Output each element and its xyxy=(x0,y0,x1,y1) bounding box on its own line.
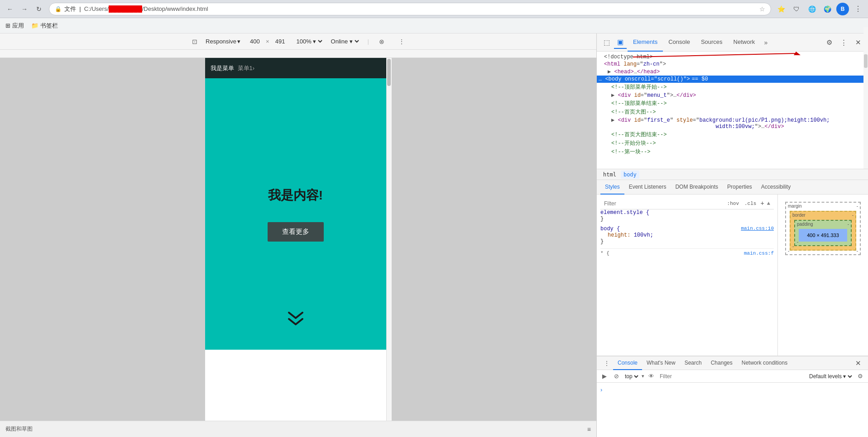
element-style-close: } xyxy=(600,216,774,222)
dom-line-body[interactable]: … <body onscroll="scroll()">== $0 xyxy=(597,76,868,83)
nav-buttons: ← → ↻ xyxy=(4,3,45,15)
dom-line-menu-t[interactable]: ▶ <div id="menu_t">…</div> xyxy=(597,91,868,99)
tab-network-conditions[interactable]: Network conditions xyxy=(737,356,792,370)
console-context-select[interactable]: top xyxy=(623,373,640,380)
console-prompt: › xyxy=(600,385,864,395)
forward-button[interactable]: → xyxy=(18,3,31,15)
tab-network[interactable]: Network xyxy=(728,33,761,52)
tab-console-bottom[interactable]: Console xyxy=(613,356,642,370)
dom-line-first-e[interactable]: ▶ <div id="first_e" style="background:ur… xyxy=(597,116,868,130)
no-touch-icon[interactable]: ⊗ xyxy=(376,36,387,47)
first-e-val2: background:url(pic/P1.png);height:100vh; xyxy=(700,117,830,124)
padding-label: padding xyxy=(797,222,813,227)
reload-button[interactable]: ↻ xyxy=(33,3,45,15)
console-eye-icon[interactable]: 👁 xyxy=(646,371,656,381)
console-settings-icon[interactable]: ⚙ xyxy=(855,371,865,381)
screenshot-bar: 截图和草图 ≡ xyxy=(0,421,596,437)
online-select[interactable]: Online ▾ xyxy=(329,38,360,45)
dom-line-comment2[interactable]: <!--顶部菜单结束--> xyxy=(597,99,868,108)
box-model-border: border - padding - 400 × 491.333 xyxy=(790,211,856,251)
tab-changes[interactable]: Changes xyxy=(706,356,737,370)
filter-scroll-up[interactable]: ▲ xyxy=(767,200,770,207)
filter-input[interactable] xyxy=(604,200,723,207)
tab-dom-breakpoints[interactable]: DOM Breakpoints xyxy=(671,180,723,195)
navbar-sep: 菜单1› xyxy=(238,64,255,72)
tab-elements[interactable]: Elements xyxy=(628,33,663,52)
viewport-scrollbar[interactable] xyxy=(386,58,392,421)
filter-cls-button[interactable]: .cls xyxy=(743,200,758,207)
first-e-end: "> xyxy=(755,124,761,130)
device-toggle-icon[interactable]: ⊡ xyxy=(189,36,200,47)
width-input[interactable] xyxy=(246,38,264,45)
tab-search[interactable]: Search xyxy=(680,356,706,370)
bookmarks-folder[interactable]: 📁 书签栏 xyxy=(31,22,58,30)
body-selector-text: body { xyxy=(600,226,620,232)
menu-icon[interactable]: ⋮ xyxy=(852,3,864,15)
border-dash: - xyxy=(852,213,854,218)
console-block-icon[interactable]: ⊘ xyxy=(611,371,621,381)
close-console-tab-icon[interactable]: ✕ xyxy=(852,357,864,370)
device-mode-icon[interactable]: ▣ xyxy=(614,36,627,49)
bookmark-star-icon[interactable]: ☆ xyxy=(759,5,765,13)
devtools-settings-icon[interactable]: ⚙ xyxy=(823,36,835,49)
devtools-close-icon[interactable]: ✕ xyxy=(852,36,864,49)
more-options-icon[interactable]: ⋮ xyxy=(396,36,407,47)
tab-properties[interactable]: Properties xyxy=(723,180,757,195)
device-select[interactable]: Responsive ▾ xyxy=(206,38,240,45)
console-input[interactable] xyxy=(605,387,864,393)
tab-styles[interactable]: Styles xyxy=(600,180,624,195)
filter-add-button[interactable]: + xyxy=(760,200,764,207)
filter-hover-button[interactable]: :hov xyxy=(726,200,740,207)
viewport-scrollbar-thumb xyxy=(387,59,391,86)
first-e-attr1: id xyxy=(634,117,640,124)
tab-whats-new[interactable]: What's New xyxy=(642,356,680,370)
screenshot-label: 截图和草图 xyxy=(5,425,33,433)
body-attr-eq: =" xyxy=(651,76,657,82)
head-tri: ▶ xyxy=(608,69,614,75)
more-styles-source[interactable]: main.css:f xyxy=(744,251,774,256)
breadcrumb-body[interactable]: body xyxy=(621,171,639,179)
body-attr-name: onscroll xyxy=(625,76,651,82)
console-run-icon[interactable]: ▶ xyxy=(599,371,609,381)
console-filter-input[interactable] xyxy=(658,372,806,380)
tab-accessibility[interactable]: Accessibility xyxy=(757,180,795,195)
dom-line-comment4[interactable]: <!--首页大图结束--> xyxy=(597,130,868,139)
devtools-options-icon[interactable]: ⋮ xyxy=(837,36,850,49)
console-content: › xyxy=(597,383,868,437)
extension3-icon[interactable]: 🌍 xyxy=(821,3,834,15)
height-input[interactable] xyxy=(271,38,289,45)
console-options-icon[interactable]: ⋮ xyxy=(600,357,613,370)
style-rule-element: element.style { } xyxy=(600,209,774,222)
dom-line-head[interactable]: ▶ <head>…</head> xyxy=(597,68,868,76)
comment1-text: <!--顶部菜单开始--> xyxy=(611,84,667,90)
dom-line-comment1[interactable]: <!--顶部菜单开始--> xyxy=(597,83,868,91)
inspect-element-icon[interactable]: ⬚ xyxy=(600,36,613,49)
body-source-link[interactable]: main.css:10 xyxy=(741,226,774,231)
menu-t-eq: =" xyxy=(641,92,647,99)
zoom-select[interactable]: 100% ▾ xyxy=(295,38,324,45)
dom-line-comment3[interactable]: <!--首页大图--> xyxy=(597,108,868,116)
adblock-icon[interactable]: 🛡 xyxy=(790,3,803,15)
address-bar[interactable]: 🔒 文件 | C:/Users/████████/Desktop/www/ind… xyxy=(49,3,771,15)
tab-sources[interactable]: Sources xyxy=(695,33,728,52)
toolbar-separator: | xyxy=(368,38,369,45)
hero-cta-button[interactable]: 查看更多 xyxy=(268,222,324,242)
apps-button[interactable]: ⊞ 应用 xyxy=(5,22,24,30)
back-button[interactable]: ← xyxy=(4,3,16,15)
tab-event-listeners[interactable]: Event Listeners xyxy=(624,180,671,195)
styles-right: margin - border - padding - xyxy=(777,195,868,356)
dom-line-html[interactable]: <html lang="zh-cn"> xyxy=(597,61,868,68)
console-level-select[interactable]: Default levels ▾ xyxy=(807,373,854,380)
extension2-icon[interactable]: 🌐 xyxy=(806,3,818,15)
dom-line-comment5[interactable]: <!--开始分块--> xyxy=(597,139,868,147)
extensions-icon[interactable]: ⭐ xyxy=(775,3,787,15)
dom-line-doctype[interactable]: <!doctype html> xyxy=(597,53,868,61)
dom-line-comment6[interactable]: <!--第一块--> xyxy=(597,147,868,156)
body-attr-end: "> xyxy=(683,76,690,82)
phone-viewport: 我是菜单 菜单1› 我是内容! 查看更多 xyxy=(205,58,386,421)
profile-avatar[interactable]: B xyxy=(836,3,849,15)
tab-console[interactable]: Console xyxy=(663,33,695,52)
more-tabs-icon[interactable]: » xyxy=(760,37,771,48)
breadcrumb-html[interactable]: html xyxy=(600,171,619,179)
margin-dash-top: - xyxy=(857,204,858,209)
